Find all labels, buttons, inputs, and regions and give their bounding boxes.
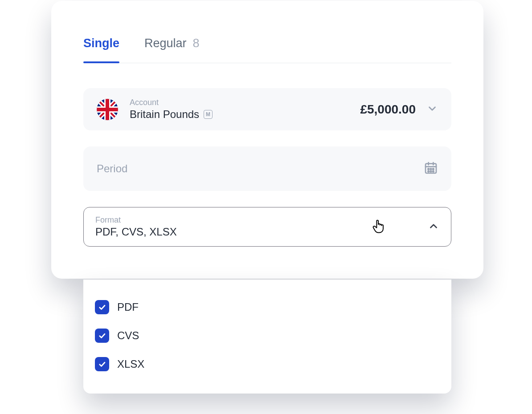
account-badge: M xyxy=(204,110,213,119)
format-option-pdf[interactable]: PDF xyxy=(95,293,440,321)
tab-regular-count: 8 xyxy=(193,37,200,50)
svg-point-11 xyxy=(433,171,434,172)
tabs: Single Regular 8 xyxy=(83,37,451,63)
chevron-up-icon xyxy=(428,220,439,234)
chevron-down-icon xyxy=(426,103,438,116)
format-option-label: CVS xyxy=(117,329,139,342)
checkbox-checked-icon xyxy=(95,329,109,343)
account-name: Britain Pounds xyxy=(130,108,199,121)
format-option-label: PDF xyxy=(117,301,139,313)
tab-single-label: Single xyxy=(83,37,119,50)
svg-point-8 xyxy=(433,168,434,170)
calendar-icon xyxy=(424,161,438,177)
svg-point-9 xyxy=(428,171,429,172)
format-dropdown: PDF CVS XLSX xyxy=(83,280,451,394)
tab-single[interactable]: Single xyxy=(83,37,119,63)
account-value: Britain Pounds M xyxy=(130,108,360,121)
export-card: Single Regular 8 Account Britain P xyxy=(51,1,483,279)
account-selector[interactable]: Account Britain Pounds M £5,000.00 xyxy=(83,88,451,130)
svg-point-6 xyxy=(428,168,429,170)
account-balance: £5,000.00 xyxy=(360,102,416,117)
uk-flag-icon xyxy=(97,99,118,120)
tab-regular-label: Regular xyxy=(144,37,187,50)
account-label: Account xyxy=(130,98,360,107)
format-option-cvs[interactable]: CVS xyxy=(95,321,440,350)
svg-point-7 xyxy=(430,168,432,170)
checkbox-checked-icon xyxy=(95,357,109,371)
format-option-xlsx[interactable]: XLSX xyxy=(95,350,440,378)
tab-regular[interactable]: Regular 8 xyxy=(144,37,200,63)
hand-cursor-icon xyxy=(372,219,385,235)
period-selector[interactable]: Period xyxy=(83,146,451,191)
account-text: Account Britain Pounds M xyxy=(130,98,360,121)
checkbox-checked-icon xyxy=(95,300,109,314)
period-label: Period xyxy=(97,162,127,175)
format-option-label: XLSX xyxy=(117,358,144,370)
svg-point-10 xyxy=(430,171,432,172)
format-selector[interactable]: Format PDF, CVS, XLSX xyxy=(83,207,451,247)
